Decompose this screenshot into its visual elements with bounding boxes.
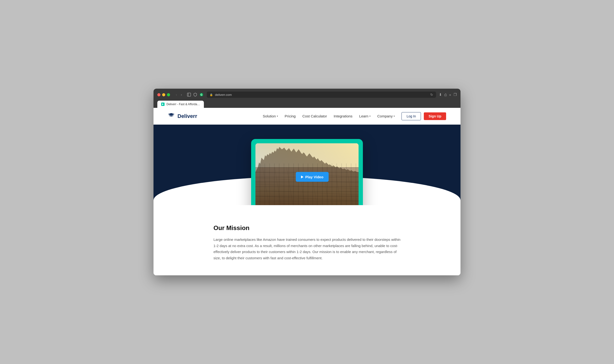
svg-line-24 bbox=[347, 167, 354, 205]
play-button-label: Play Video bbox=[305, 175, 324, 179]
browser-chrome: ‹ › G bbox=[153, 89, 461, 108]
tab-title: Deliverr - Fast & Affordable Fulfillment bbox=[166, 103, 200, 106]
sidebar-icon[interactable] bbox=[187, 92, 191, 97]
signup-button[interactable]: Sign Up bbox=[424, 112, 446, 120]
back-icon[interactable]: ‹ bbox=[175, 92, 178, 98]
nav-solution[interactable]: Solution ▾ bbox=[263, 114, 278, 118]
video-outer-frame: Play Video bbox=[251, 139, 363, 205]
shield-icon bbox=[193, 92, 198, 97]
browser-window: ‹ › G bbox=[153, 89, 461, 275]
hero-section: Play Video bbox=[153, 125, 461, 205]
mission-title: Our Mission bbox=[213, 224, 401, 232]
svg-line-19 bbox=[287, 167, 294, 205]
address-bar[interactable]: 🔒 deliverr.com ↻ bbox=[207, 91, 436, 98]
share-icon[interactable]: ⎙ bbox=[444, 93, 447, 97]
svg-rect-0 bbox=[187, 93, 191, 96]
nav-buttons: Log In Sign Up bbox=[401, 112, 446, 120]
new-tab-icon[interactable]: + bbox=[449, 93, 451, 97]
url-text: deliverr.com bbox=[215, 93, 232, 97]
chevron-down-icon: ▾ bbox=[394, 115, 395, 117]
video-section: Play Video bbox=[153, 139, 461, 205]
browser-right-icons: ⬇ ⎙ + ❐ bbox=[439, 92, 457, 97]
svg-text:G: G bbox=[201, 93, 203, 96]
tab-favicon bbox=[161, 103, 164, 106]
nav-pricing[interactable]: Pricing bbox=[285, 114, 296, 118]
mission-content: Our Mission Large online marketplaces li… bbox=[213, 224, 401, 261]
browser-toolbar-icons: G bbox=[187, 92, 204, 97]
logo-icon bbox=[168, 113, 176, 119]
browser-top-bar: ‹ › G bbox=[157, 91, 457, 98]
nav-integrations[interactable]: Integrations bbox=[334, 114, 352, 118]
download-icon[interactable]: ⬇ bbox=[439, 92, 442, 97]
play-video-button[interactable]: Play Video bbox=[296, 172, 329, 182]
extension-icon[interactable]: G bbox=[199, 92, 204, 97]
minimize-button[interactable] bbox=[162, 93, 165, 96]
lock-icon: 🔒 bbox=[210, 93, 213, 96]
svg-marker-4 bbox=[162, 103, 164, 105]
svg-line-16 bbox=[255, 202, 359, 205]
address-bar-icons: ↻ bbox=[430, 93, 433, 97]
logo-text: Deliverr bbox=[177, 113, 197, 119]
nav-links: Solution ▾ Pricing Cost Calculator Integ… bbox=[263, 114, 395, 118]
website-content: Deliverr Solution ▾ Pricing Cost Calcula… bbox=[153, 108, 461, 275]
refresh-icon[interactable]: ↻ bbox=[430, 93, 433, 97]
traffic-lights bbox=[157, 93, 170, 96]
svg-line-18 bbox=[275, 167, 282, 205]
tabs-icon[interactable]: ❐ bbox=[453, 92, 457, 97]
login-button[interactable]: Log In bbox=[401, 112, 421, 120]
active-tab[interactable]: Deliverr - Fast & Affordable Fulfillment bbox=[157, 101, 204, 108]
close-button[interactable] bbox=[157, 93, 161, 96]
svg-line-23 bbox=[335, 167, 342, 205]
svg-line-13 bbox=[255, 184, 359, 189]
svg-line-14 bbox=[255, 190, 359, 195]
svg-line-17 bbox=[263, 167, 270, 205]
nav-company[interactable]: Company ▾ bbox=[377, 114, 395, 118]
mission-section: Our Mission Large online marketplaces li… bbox=[153, 205, 461, 275]
svg-line-15 bbox=[255, 196, 359, 201]
nav-learn[interactable]: Learn ▾ bbox=[359, 114, 370, 118]
chevron-down-icon: ▾ bbox=[277, 115, 278, 117]
navbar: Deliverr Solution ▾ Pricing Cost Calcula… bbox=[153, 108, 461, 125]
forward-icon[interactable]: › bbox=[180, 92, 183, 98]
chevron-down-icon: ▾ bbox=[369, 115, 370, 117]
maximize-button[interactable] bbox=[167, 93, 170, 96]
play-triangle-icon bbox=[301, 175, 303, 178]
mission-body: Large online marketplaces like Amazon ha… bbox=[213, 236, 401, 261]
nav-cost-calculator[interactable]: Cost Calculator bbox=[302, 114, 327, 118]
browser-controls: ‹ › bbox=[175, 92, 183, 98]
video-player[interactable]: Play Video bbox=[255, 143, 359, 205]
browser-tabs: Deliverr - Fast & Affordable Fulfillment bbox=[157, 101, 457, 108]
logo[interactable]: Deliverr bbox=[168, 113, 197, 119]
